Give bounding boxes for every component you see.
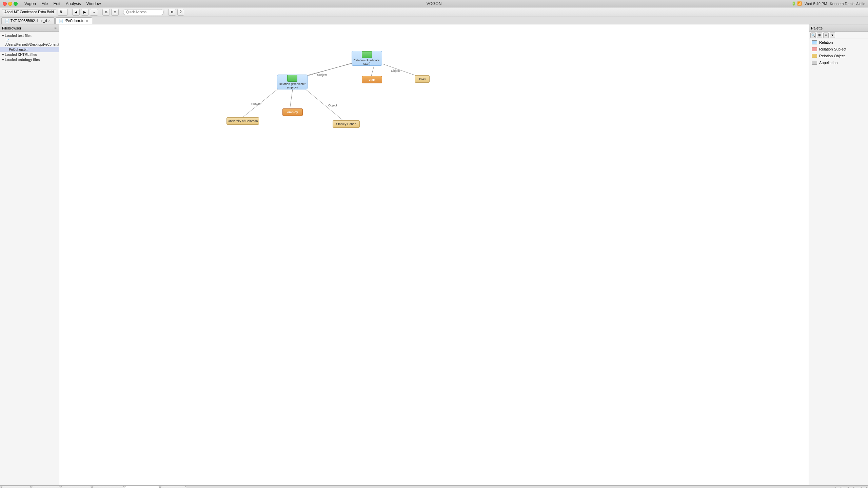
sidebar-arrow-xhtml-icon: ▾ <box>2 53 4 57</box>
doc-tab-0[interactable]: 📄 TXT-300685692.dhps_d ✕ <box>1 17 55 24</box>
bottom-tool-5[interactable]: 🗑 <box>861 487 867 488</box>
palette-list-btn[interactable]: ≡ <box>823 33 829 38</box>
graph-node-1948[interactable]: 1948 <box>415 75 430 83</box>
clock: Wed 5:49 PM <box>805 2 827 6</box>
graph-node-start[interactable]: start <box>362 76 382 83</box>
bottom-tab-properties[interactable]: ⚙ Properties <box>160 486 186 488</box>
toolbar-separator-4 <box>166 9 166 15</box>
sidebar-header: Filebrowser ✕ <box>0 24 59 32</box>
sidebar-title: Filebrowser <box>2 26 21 30</box>
toolbar-help-btn[interactable]: ? <box>177 9 184 16</box>
font-size-input[interactable] <box>58 9 68 16</box>
main-layout: Filebrowser ✕ ▾ Loaded text files 📄 /Use… <box>0 24 868 485</box>
bottom-tab-appellations[interactable]: 📝 Appellations <box>1 486 31 488</box>
bottom-tab-concept-lists[interactable]: 📋 Concept Lists <box>92 486 124 488</box>
bottom-toolbar: ⊕ ✎ 🔗 ✂ 🗑 <box>835 486 867 488</box>
traffic-lights <box>3 2 18 6</box>
sidebar-close-icon[interactable]: ✕ <box>54 26 57 30</box>
menu-file[interactable]: File <box>41 1 48 6</box>
palette-search-btn[interactable]: 🔍 <box>810 33 816 38</box>
graph-node-univ-colorado[interactable]: University of Colorado <box>226 117 259 125</box>
bottom-tab-bar: 📝 Appellations 🔗 Relations ✕ 📚 Vocabular… <box>0 486 868 488</box>
svg-line-6 <box>300 85 344 121</box>
bottom-tab-mapping-files[interactable]: 🗺 Mapping Files ✕ <box>125 486 160 488</box>
palette-relation-label: Relation <box>819 40 833 44</box>
tab-close-1[interactable]: ✕ <box>86 19 88 23</box>
graph-node-stanley-cohen[interactable]: Stanley Cohen <box>333 120 360 128</box>
palette: Palette 🔍 ⊞ ≡ ▼ Relation Relation Subjec… <box>809 24 868 485</box>
svg-line-5 <box>241 85 283 119</box>
graph-svg: Subject Object Subject Object <box>59 24 809 485</box>
sidebar-arrow-ontology-icon: ▾ <box>2 58 4 62</box>
palette-rel-obj-label: Relation Object <box>819 54 845 58</box>
sidebar-section-loaded-ontology[interactable]: ▾ Loaded ontology files <box>0 57 59 62</box>
toolbar-fwd-btn[interactable]: ▶ <box>81 9 88 16</box>
sidebar-item-pecohen2[interactable]: PeCohen.txt <box>0 47 59 52</box>
bottom-tool-1[interactable]: ⊕ <box>835 487 841 488</box>
doc-tab-1[interactable]: 📄 *PeCohen.txt ✕ <box>55 17 92 24</box>
sidebar-file-icon-1: 📄 <box>5 39 9 43</box>
close-button[interactable] <box>3 2 7 6</box>
quick-access-input[interactable] <box>123 9 164 15</box>
toolbar-back-btn[interactable]: ◀ <box>72 9 80 16</box>
bottom-tool-4[interactable]: ✂ <box>855 487 860 488</box>
bottom-panel: 📝 Appellations 🔗 Relations ✕ 📚 Vocabular… <box>0 485 868 488</box>
menu-analysis[interactable]: Analysis <box>66 1 81 6</box>
toolbar-separator-2 <box>100 9 100 15</box>
app-title: VOGON <box>427 1 442 6</box>
palette-item-relation[interactable]: Relation <box>809 39 868 46</box>
sidebar-content: ▾ Loaded text files 📄 /Users/Kenneth/Des… <box>0 32 59 485</box>
sidebar-item-pecohen1[interactable]: 📄 /Users/Kenneth/Desktop/PeCohen.txt <box>0 38 59 47</box>
sidebar-section-xhtml-label: Loaded XHTML files <box>5 53 37 57</box>
tab-icon-0: 📄 <box>5 19 9 23</box>
svg-text:Subject: Subject <box>251 102 262 106</box>
menu-window[interactable]: Window <box>86 1 101 6</box>
palette-grid-btn[interactable]: ⊞ <box>817 33 822 38</box>
document-tab-bar: 📄 TXT-300685692.dhps_d ✕ 📄 *PeCohen.txt … <box>0 17 868 24</box>
tab-icon-1: 📄 <box>59 19 63 23</box>
sidebar-section-loaded-text[interactable]: ▾ Loaded text files <box>0 33 59 38</box>
sidebar-section-label: Loaded text files <box>5 34 32 38</box>
svg-text:Object: Object <box>391 69 400 73</box>
palette-title: Palette <box>811 26 823 30</box>
palette-relation-icon <box>812 40 817 44</box>
menu-vogon[interactable]: Vogon <box>24 1 36 6</box>
toolbar-zoom-out[interactable]: ⊖ <box>111 9 119 16</box>
toolbar-separator-3 <box>121 9 121 15</box>
menubar: Vogon File Edit Analysis Window VOGON 🔋 … <box>0 0 868 7</box>
toolbar-separator-1 <box>70 9 70 15</box>
palette-item-appellation[interactable]: Appellation <box>809 59 868 66</box>
palette-rel-subj-icon <box>812 47 817 51</box>
username: Kenneth Daniel Aiello <box>830 2 865 6</box>
toolbar-settings-btn[interactable]: ⚙ <box>168 9 176 16</box>
sidebar-section-ontology-label: Loaded ontology files <box>5 58 40 62</box>
tab-label-1: *PeCohen.txt <box>64 19 84 23</box>
palette-filter-btn[interactable]: ▼ <box>830 33 835 38</box>
minimize-button[interactable] <box>8 2 12 6</box>
sidebar-arrow-icon: ▾ <box>2 34 4 38</box>
bottom-tab-relations[interactable]: 🔗 Relations ✕ <box>32 486 60 488</box>
toolbar-zoom-in[interactable]: ⊕ <box>102 9 110 16</box>
graph-node-relation2[interactable]: Relation (Predicate: employ) <box>277 75 308 89</box>
palette-item-relation-subject[interactable]: Relation Subject <box>809 46 868 53</box>
canvas-area[interactable]: Subject Object Subject Object Relation (… <box>59 24 809 485</box>
tab-label-0: TXT-300685692.dhps_d <box>11 19 47 23</box>
svg-text:Object: Object <box>328 104 337 107</box>
palette-item-relation-object[interactable]: Relation Object <box>809 53 868 59</box>
menu-items: Vogon File Edit Analysis Window <box>24 1 101 6</box>
toolbar-arrow-btn[interactable]: → <box>90 9 98 16</box>
fullscreen-button[interactable] <box>14 2 18 6</box>
bottom-tool-3[interactable]: 🔗 <box>848 487 854 488</box>
palette-appellation-label: Appellation <box>819 61 837 65</box>
sidebar: Filebrowser ✕ ▾ Loaded text files 📄 /Use… <box>0 24 59 485</box>
sidebar-section-loaded-xhtml[interactable]: ▾ Loaded XHTML files <box>0 52 59 57</box>
bottom-tab-vocabularies[interactable]: 📚 Vocabularies <box>61 486 92 488</box>
menu-edit[interactable]: Edit <box>53 1 60 6</box>
palette-rel-obj-icon <box>812 54 817 58</box>
system-icons: 🔋 📶 <box>791 1 802 6</box>
tab-close-0[interactable]: ✕ <box>48 19 51 23</box>
bottom-tool-2[interactable]: ✎ <box>842 487 847 488</box>
graph-node-employ[interactable]: employ <box>282 108 303 116</box>
graph-node-relation1[interactable]: Relation (Predicate: start) <box>352 51 382 66</box>
font-family-input[interactable] <box>2 9 56 15</box>
